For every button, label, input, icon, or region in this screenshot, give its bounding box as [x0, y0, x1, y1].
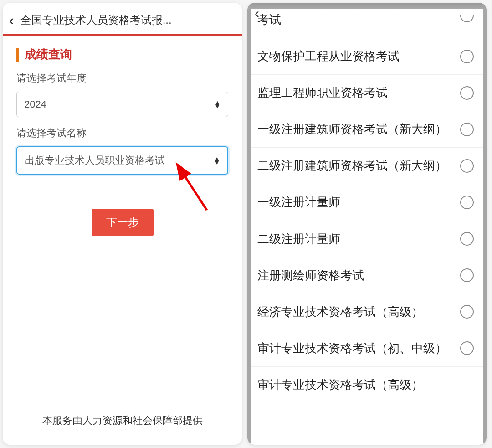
- exam-option[interactable]: 文物保护工程从业资格考试: [251, 38, 483, 75]
- exam-option[interactable]: 一级注册计量师: [251, 184, 483, 221]
- next-button[interactable]: 下一步: [92, 209, 154, 236]
- section-header: 成绩查询: [3, 36, 242, 67]
- back-icon[interactable]: ‹: [9, 13, 14, 27]
- caret-sort-icon: ▲▼: [214, 101, 220, 108]
- radio-unchecked-icon: [460, 196, 474, 209]
- radio-unchecked-icon: [460, 305, 474, 319]
- exam-label: 请选择考试名称: [16, 126, 228, 140]
- radio-unchecked-icon: [460, 341, 474, 355]
- year-select[interactable]: 2024 ▲▼: [16, 92, 228, 117]
- header-bar: ‹ 全国专业技术人员资格考试报...: [3, 3, 242, 36]
- exam-option[interactable]: 监理工程师职业资格考试: [251, 75, 483, 111]
- radio-unchecked-icon: [460, 50, 474, 63]
- exam-option[interactable]: 二级注册计量师: [251, 221, 483, 257]
- radio-unchecked-icon: [460, 86, 474, 100]
- exam-option-label: 审计专业技术资格考试（高级）: [257, 377, 474, 393]
- year-field-group: 请选择考试年度 2024 ▲▼: [3, 67, 242, 122]
- exam-option[interactable]: 二级注册建筑师资格考试（新大纲）: [251, 148, 483, 184]
- exam-option-label: 二级注册建筑师资格考试（新大纲）: [257, 158, 460, 174]
- exam-option-label: 注册测绘师资格考试: [257, 268, 460, 283]
- exam-option[interactable]: 一级注册建筑师资格考试（新大纲）: [251, 111, 483, 148]
- exam-option-label: 一级注册建筑师资格考试（新大纲）: [257, 121, 460, 137]
- exam-select[interactable]: 出版专业技术人员职业资格考试 ▲▼: [16, 146, 228, 175]
- exam-option-label: 审计专业技术资格考试（初、中级）: [257, 340, 460, 356]
- svg-line-0: [183, 174, 207, 210]
- page-title: 全国专业技术人员资格考试报...: [20, 13, 236, 27]
- exam-option-label: 经济专业技术资格考试（高级）: [257, 304, 460, 320]
- exam-option-label: 二级注册计量师: [257, 231, 460, 247]
- footer-attribution: 本服务由人力资源和社会保障部提供: [3, 414, 242, 427]
- left-phone-screen: ‹ 全国专业技术人员资格考试报... 成绩查询 请选择考试年度 2024 ▲▼ …: [3, 3, 242, 445]
- exam-option-label: 监理工程师职业资格考试: [257, 85, 460, 101]
- exam-field-group: 请选择考试名称 出版专业技术人员职业资格考试 ▲▼: [3, 122, 242, 179]
- modal-backdrop[interactable]: 考试 文物保护工程从业资格考试 监理工程师职业资格考试 一级注册建筑师资格考试（…: [247, 9, 487, 445]
- radio-unchecked-icon: [460, 232, 474, 246]
- radio-unchecked-icon: [460, 123, 474, 136]
- exam-option[interactable]: 注册测绘师资格考试: [251, 257, 483, 294]
- exam-option[interactable]: 审计专业技术资格考试（初、中级）: [251, 330, 483, 367]
- exam-option-label: 文物保护工程从业资格考试: [257, 48, 460, 64]
- year-select-value: 2024: [24, 98, 46, 110]
- caret-sort-icon: ▲▼: [214, 157, 220, 165]
- accent-bar-icon: [16, 48, 19, 62]
- radio-unchecked-icon: [460, 268, 474, 282]
- exam-options-list: 考试 文物保护工程从业资格考试 监理工程师职业资格考试 一级注册建筑师资格考试（…: [251, 9, 483, 445]
- exam-option-label: 考试: [257, 12, 460, 28]
- radio-unchecked-icon: [460, 159, 474, 173]
- exam-option-partial[interactable]: 考试: [251, 9, 483, 38]
- exam-option[interactable]: 审计专业技术资格考试（高级）: [251, 367, 483, 403]
- exam-select-value: 出版专业技术人员职业资格考试: [25, 154, 165, 167]
- radio-unchecked-icon: [460, 15, 474, 22]
- divider: [16, 193, 228, 193]
- exam-option-label: 一级注册计量师: [257, 194, 460, 210]
- right-phone-screen: ‹ 考试 文物保护工程从业资格考试 监理工程师职业资格考试 一级注册建筑师资格考…: [247, 3, 487, 445]
- partial-header-overlay: [247, 3, 487, 9]
- exam-option[interactable]: 经济专业技术资格考试（高级）: [251, 294, 483, 330]
- back-icon[interactable]: ‹: [255, 5, 259, 21]
- year-label: 请选择考试年度: [16, 72, 228, 85]
- section-title: 成绩查询: [25, 46, 72, 62]
